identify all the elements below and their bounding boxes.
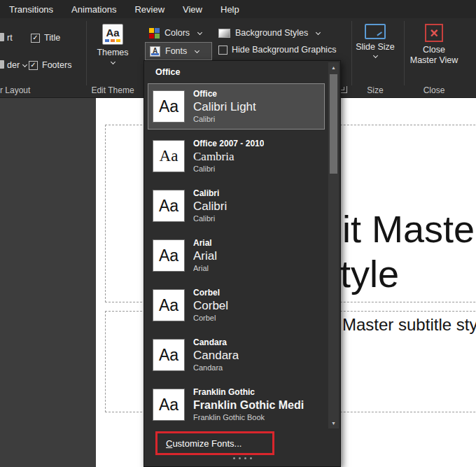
scroll-up-button[interactable]: ▲ bbox=[328, 62, 339, 73]
themes-button-label: Themes bbox=[97, 48, 128, 58]
ribbon-tab-bar: Transitions Animations Review View Help bbox=[0, 0, 476, 18]
font-theme-text: Calibri Calibri Calibri bbox=[193, 188, 227, 223]
fonts-button-label: Fonts bbox=[165, 46, 187, 56]
fonts-menu-header: Office bbox=[155, 67, 180, 77]
font-theme-option-corbel[interactable]: Aa Corbel Corbel Corbel bbox=[148, 282, 325, 328]
font-theme-option-calibri[interactable]: Aa Calibri Calibri Calibri bbox=[148, 183, 325, 229]
fonts-button[interactable]: A Fonts bbox=[145, 42, 212, 60]
cut-button-insert[interactable]: rt bbox=[7, 33, 13, 43]
slide-thumbnail-pane[interactable] bbox=[0, 98, 96, 467]
group-separator bbox=[351, 21, 352, 85]
hide-background-graphics-checkbox[interactable]: Hide Background Graphics bbox=[218, 45, 336, 55]
font-theme-body-font: Calibri bbox=[193, 164, 264, 174]
group-separator bbox=[404, 21, 405, 85]
master-subtitle-text-fragment: Master subtitle sty bbox=[342, 315, 476, 335]
footers-checkbox-label: Footers bbox=[42, 60, 71, 70]
footers-checkbox[interactable]: ✓ Footers bbox=[29, 60, 71, 70]
checkbox-checked-icon: ✓ bbox=[29, 61, 38, 70]
colors-button-label: Colors bbox=[164, 28, 190, 38]
themes-button[interactable]: Aa Themes bbox=[92, 24, 133, 65]
tab-view[interactable]: View bbox=[174, 0, 211, 18]
font-preview-thumbnail: Aa bbox=[153, 90, 185, 123]
chevron-down-icon bbox=[195, 48, 200, 53]
font-theme-option-franklin-gothic[interactable]: Aa Franklin Gothic Franklin Gothic Medi … bbox=[148, 382, 325, 428]
background-styles-icon bbox=[218, 29, 230, 38]
font-theme-name: Franklin Gothic bbox=[193, 387, 304, 398]
themes-icon-letters: Aa bbox=[106, 27, 119, 39]
background-styles-button[interactable]: Background Styles bbox=[214, 25, 324, 41]
group-label-close: Close bbox=[409, 85, 459, 95]
tab-transitions[interactable]: Transitions bbox=[0, 0, 62, 18]
font-theme-body-font: Franklin Gothic Book bbox=[193, 412, 304, 422]
font-theme-name: Office bbox=[193, 89, 256, 99]
powerpoint-window: Transitions Animations Review View Help … bbox=[0, 0, 476, 467]
background-styles-label: Background Styles bbox=[235, 28, 308, 38]
slide-size-button[interactable]: Slide Size bbox=[356, 24, 395, 59]
font-theme-heading-font: Corbel bbox=[193, 298, 228, 313]
dialog-launcher-icon[interactable] bbox=[340, 86, 347, 93]
close-master-view-button[interactable]: × Close Master View bbox=[409, 24, 459, 66]
scrollbar-thumb[interactable] bbox=[330, 74, 337, 174]
title-checkbox-label: Title bbox=[44, 33, 60, 43]
master-title-text-fragment: tyle bbox=[340, 253, 399, 294]
fonts-dropdown-menu: Office Aa Office Calibri Light Calibri A… bbox=[144, 60, 341, 467]
scrollbar[interactable]: ▲ ▼ bbox=[328, 62, 339, 428]
checkbox-unchecked-icon bbox=[218, 46, 227, 55]
close-master-view-label: Close Master View bbox=[409, 45, 459, 66]
insert-layout-icon[interactable] bbox=[0, 60, 4, 69]
font-preview-thumbnail: Aa bbox=[153, 339, 185, 371]
chevron-down-icon bbox=[197, 29, 202, 34]
font-theme-body-font: Calibri bbox=[193, 114, 256, 124]
font-theme-text: Franklin Gothic Franklin Gothic Medi Fra… bbox=[193, 387, 304, 422]
tab-animations[interactable]: Animations bbox=[62, 0, 125, 18]
font-theme-text: Arial Arial Arial bbox=[193, 238, 217, 273]
chevron-down-icon bbox=[316, 29, 321, 34]
close-master-view-icon: × bbox=[425, 24, 443, 42]
font-theme-text: Office 2007 - 2010 Cambria Calibri bbox=[193, 139, 264, 174]
font-theme-body-font: Candara bbox=[193, 363, 239, 372]
font-theme-option-office-2007-2010[interactable]: Aa Office 2007 - 2010 Cambria Calibri bbox=[148, 133, 325, 179]
font-theme-heading-font: Candara bbox=[193, 348, 239, 363]
font-theme-text: Candara Candara Candara bbox=[193, 337, 239, 372]
themes-icon: Aa bbox=[102, 24, 123, 45]
font-theme-option-arial[interactable]: Aa Arial Arial Arial bbox=[148, 232, 325, 279]
title-checkbox[interactable]: ✓ Title bbox=[31, 33, 60, 43]
font-preview-thumbnail: Aa bbox=[153, 389, 185, 421]
font-theme-text: Office Calibri Light Calibri bbox=[193, 89, 256, 124]
font-theme-name: Calibri bbox=[193, 188, 227, 199]
checkbox-checked-icon: ✓ bbox=[31, 34, 40, 43]
tab-review[interactable]: Review bbox=[125, 0, 174, 18]
group-separator bbox=[86, 21, 87, 85]
customize-fonts-label: Customize Fonts... bbox=[166, 438, 241, 449]
font-theme-body-font: Arial bbox=[193, 263, 217, 273]
group-label-size: Size bbox=[356, 85, 395, 95]
font-theme-heading-font: Arial bbox=[193, 249, 217, 263]
group-label-edit-theme: Edit Theme bbox=[90, 85, 136, 95]
colors-button[interactable]: Colors bbox=[145, 25, 206, 41]
scroll-down-button[interactable]: ▼ bbox=[328, 418, 339, 428]
themes-icon-colorbar bbox=[105, 39, 120, 42]
group-label-master-layout: r Layout bbox=[0, 85, 35, 95]
hide-background-graphics-label: Hide Background Graphics bbox=[232, 45, 336, 55]
chevron-down-icon bbox=[22, 62, 27, 67]
font-theme-option-candara[interactable]: Aa Candara Candara Candara bbox=[148, 332, 325, 378]
font-theme-heading-font: Cambria bbox=[193, 149, 264, 164]
font-theme-heading-font: Calibri Light bbox=[193, 99, 256, 114]
customize-fonts-button[interactable]: Customize Fonts... bbox=[158, 434, 270, 453]
cut-button-placeholder[interactable]: der bbox=[7, 60, 27, 70]
font-theme-option-office[interactable]: Aa Office Calibri Light Calibri bbox=[148, 83, 325, 130]
font-theme-name: Corbel bbox=[193, 288, 228, 298]
font-theme-heading-font: Calibri bbox=[193, 199, 227, 214]
font-theme-body-font: Corbel bbox=[193, 313, 228, 323]
font-theme-text: Corbel Corbel Corbel bbox=[193, 288, 228, 323]
font-preview-thumbnail: Aa bbox=[153, 190, 185, 222]
menu-resize-grip[interactable] bbox=[144, 457, 340, 459]
font-theme-heading-font: Franklin Gothic Medi bbox=[193, 398, 304, 412]
font-preview-thumbnail: Aa bbox=[153, 289, 185, 321]
tab-help[interactable]: Help bbox=[211, 0, 248, 18]
insert-placeholder-icon[interactable] bbox=[0, 33, 4, 41]
fonts-icon: A bbox=[150, 46, 160, 57]
font-preview-thumbnail: Aa bbox=[153, 239, 185, 272]
chevron-down-icon bbox=[110, 60, 115, 64]
chevron-down-icon bbox=[372, 53, 377, 58]
